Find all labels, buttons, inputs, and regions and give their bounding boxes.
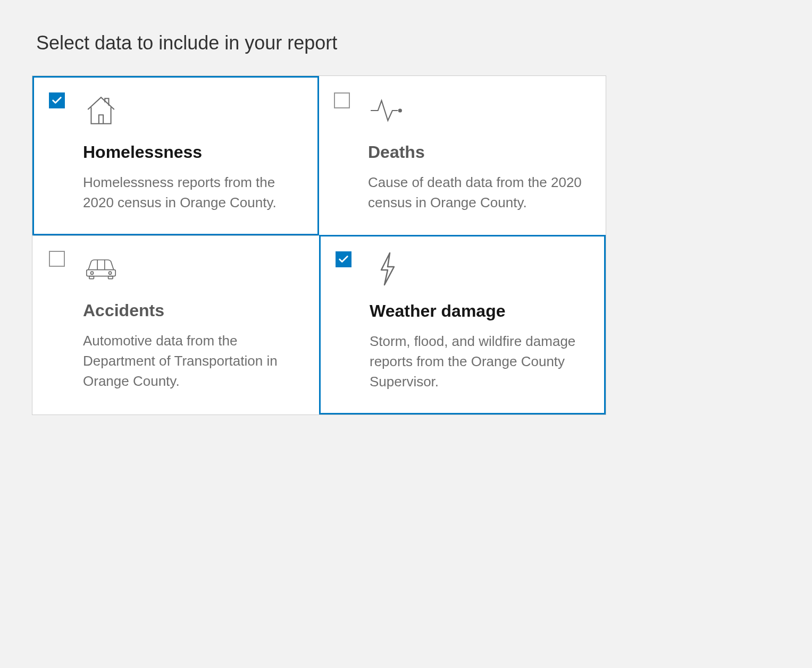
checkbox-weather-damage[interactable] bbox=[336, 251, 351, 267]
house-icon bbox=[83, 92, 119, 129]
card-deaths[interactable]: Deaths Cause of death data from the 2020… bbox=[319, 76, 606, 235]
pulse-icon bbox=[368, 92, 404, 129]
check-icon bbox=[51, 95, 63, 106]
page-title: Select data to include in your report bbox=[36, 32, 780, 54]
card-title: Deaths bbox=[368, 142, 589, 162]
card-title: Accidents bbox=[83, 301, 303, 320]
svg-rect-2 bbox=[89, 276, 94, 279]
check-icon bbox=[338, 253, 349, 265]
card-description: Cause of death data from the 2020 census… bbox=[368, 173, 589, 213]
checkbox-homelessness[interactable] bbox=[49, 92, 65, 108]
svg-point-4 bbox=[90, 272, 93, 274]
checkbox-deaths[interactable] bbox=[334, 92, 350, 108]
checkbox-accidents[interactable] bbox=[49, 251, 65, 267]
card-description: Homelessness reports from the 2020 censu… bbox=[83, 173, 303, 213]
card-homelessness[interactable]: Homelessness Homelessness reports from t… bbox=[32, 76, 319, 235]
car-icon bbox=[83, 251, 119, 287]
svg-point-0 bbox=[399, 109, 401, 112]
card-weather-damage[interactable]: Weather damage Storm, flood, and wildfir… bbox=[319, 235, 606, 415]
lightning-icon bbox=[370, 251, 406, 288]
card-title: Weather damage bbox=[370, 301, 589, 321]
svg-rect-3 bbox=[108, 276, 113, 279]
svg-point-5 bbox=[108, 272, 111, 274]
card-title: Homelessness bbox=[83, 142, 303, 162]
card-description: Automotive data from the Department of T… bbox=[83, 331, 303, 391]
card-grid: Homelessness Homelessness reports from t… bbox=[32, 75, 606, 415]
card-description: Storm, flood, and wildfire damage report… bbox=[370, 332, 589, 392]
card-accidents[interactable]: Accidents Automotive data from the Depar… bbox=[32, 235, 319, 415]
